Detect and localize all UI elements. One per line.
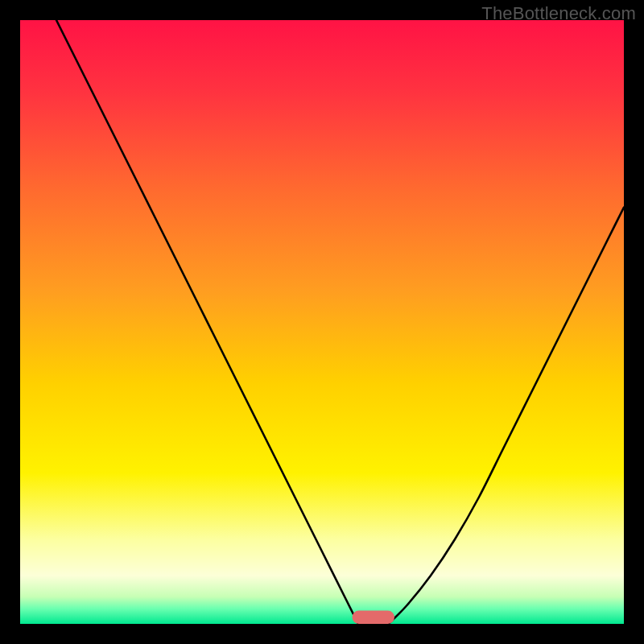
plot-area: [20, 20, 624, 624]
bottleneck-curve-chart: [20, 20, 624, 624]
gradient-background: [20, 20, 624, 624]
chart-frame: TheBottleneck.com: [0, 0, 644, 644]
attribution-text: TheBottleneck.com: [481, 3, 636, 24]
optimum-marker: [353, 611, 395, 625]
